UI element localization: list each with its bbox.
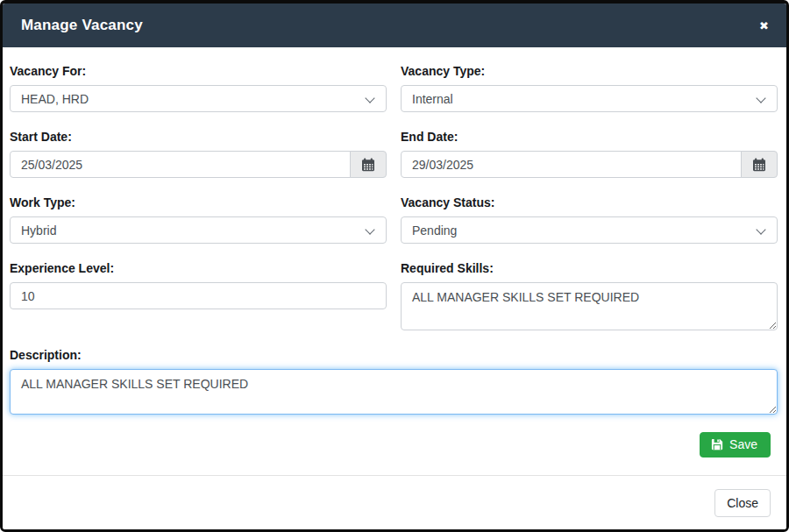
calendar-icon [752, 158, 766, 172]
vacancy-type-label: Vacancy Type: [401, 64, 778, 78]
form-row-2: Start Date: [10, 130, 778, 195]
save-button[interactable]: Save [700, 432, 771, 458]
required-skills-textarea[interactable]: ALL MANAGER SKILLS SET REQUIRED [401, 282, 778, 330]
vacancy-status-group: Vacancy Status: Pending [401, 195, 778, 244]
work-type-group: Work Type: Hybrid [10, 195, 387, 244]
start-date-calendar-button[interactable] [350, 151, 387, 178]
modal-header: Manage Vacancy ✖ [3, 4, 786, 47]
work-type-label: Work Type: [10, 195, 387, 209]
start-date-input-group [10, 151, 387, 178]
save-row: Save [10, 432, 778, 458]
calendar-icon [361, 158, 375, 172]
work-type-selected-value: Hybrid [21, 223, 56, 238]
experience-level-group: Experience Level: [10, 261, 387, 330]
start-date-group: Start Date: [10, 130, 387, 178]
vacancy-type-selected-value: Internal [412, 92, 453, 106]
vacancy-for-select[interactable]: HEAD, HRD [10, 85, 387, 112]
end-date-label: End Date: [401, 130, 778, 144]
vacancy-status-label: Vacancy Status: [401, 195, 778, 209]
form-row-1: Vacancy For: HEAD, HRD Vacancy Type: Int… [10, 64, 778, 130]
save-button-label: Save [729, 437, 757, 451]
form-row-3: Work Type: Hybrid Vacancy Status: Pendin… [10, 195, 778, 261]
start-date-label: Start Date: [10, 130, 387, 144]
vacancy-type-group: Vacancy Type: Internal [401, 64, 778, 112]
experience-level-label: Experience Level: [10, 261, 387, 275]
required-skills-group: Required Skills: ALL MANAGER SKILLS SET … [401, 261, 778, 330]
start-date-input[interactable] [10, 151, 351, 178]
form-row-4: Experience Level: Required Skills: ALL M… [10, 261, 778, 348]
modal-body: Vacancy For: HEAD, HRD Vacancy Type: Int… [3, 47, 786, 475]
work-type-select[interactable]: Hybrid [10, 216, 387, 244]
experience-level-input[interactable] [10, 282, 387, 309]
modal-footer: Close [3, 475, 786, 529]
end-date-input-group [401, 151, 778, 178]
vacancy-for-group: Vacancy For: HEAD, HRD [10, 64, 387, 112]
description-group: Description: ALL MANAGER SKILLS SET REQU… [10, 348, 778, 415]
vacancy-for-selected-value: HEAD, HRD [21, 92, 89, 106]
end-date-input[interactable] [401, 151, 742, 178]
end-date-calendar-button[interactable] [741, 151, 778, 178]
vacancy-type-select[interactable]: Internal [401, 85, 778, 112]
close-button[interactable]: Close [714, 489, 771, 517]
description-textarea[interactable]: ALL MANAGER SKILLS SET REQUIRED [10, 369, 778, 415]
vacancy-status-select[interactable]: Pending [401, 216, 778, 244]
vacancy-for-label: Vacancy For: [10, 64, 387, 78]
vacancy-status-selected-value: Pending [412, 223, 457, 238]
modal-title: Manage Vacancy [21, 17, 143, 34]
end-date-group: End Date: [401, 130, 778, 178]
chevron-down-icon [756, 93, 765, 103]
chevron-down-icon [365, 93, 374, 103]
description-label: Description: [10, 348, 778, 362]
manage-vacancy-modal: Manage Vacancy ✖ Vacancy For: HEAD, HRD … [0, 0, 789, 532]
close-icon[interactable]: ✖ [757, 17, 771, 35]
floppy-disk-icon [711, 438, 723, 450]
chevron-down-icon [365, 224, 374, 234]
required-skills-label: Required Skills: [401, 261, 778, 275]
chevron-down-icon [756, 224, 765, 234]
